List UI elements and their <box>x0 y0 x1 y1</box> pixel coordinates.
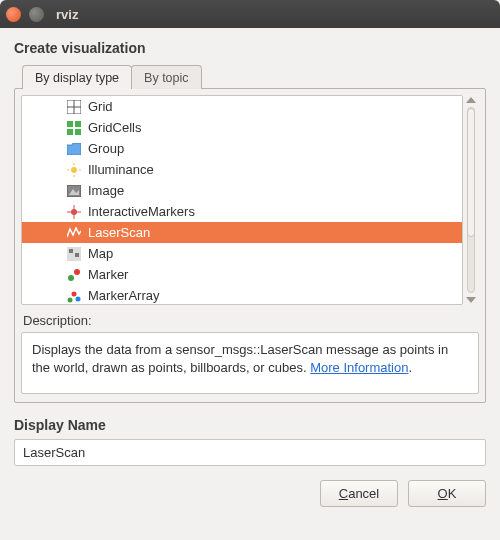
display-type-tree[interactable]: Grid GridCells Group Illuminance Image <box>21 95 463 305</box>
display-name-label: Display Name <box>14 417 486 433</box>
marker-icon <box>66 267 82 283</box>
svg-point-20 <box>68 275 74 281</box>
tree-item-interactivemarkers[interactable]: InteractiveMarkers <box>22 201 462 222</box>
scroll-thumb[interactable] <box>467 108 475 237</box>
svg-rect-18 <box>69 249 73 253</box>
grid-icon <box>66 99 82 115</box>
description-label: Description: <box>23 313 477 328</box>
tab-by-topic[interactable]: By topic <box>131 65 201 89</box>
tree-item-illuminance[interactable]: Illuminance <box>22 159 462 180</box>
description-box: Displays the data from a sensor_msgs::La… <box>21 332 479 394</box>
tree-item-label: Group <box>88 141 124 156</box>
svg-rect-19 <box>75 253 79 257</box>
tab-by-display-type[interactable]: By display type <box>22 65 132 89</box>
dialog-content: Create visualization By display type By … <box>0 28 500 517</box>
scroll-down-icon[interactable] <box>466 297 476 303</box>
tree-item-laserscan[interactable]: LaserScan <box>22 222 462 243</box>
tree-item-label: Grid <box>88 99 113 114</box>
svg-point-22 <box>68 297 73 302</box>
cancel-button[interactable]: Cancel <box>320 480 398 507</box>
tree-item-label: GridCells <box>88 120 141 135</box>
close-icon[interactable] <box>6 7 21 22</box>
interactive-markers-icon <box>66 204 82 220</box>
svg-point-24 <box>76 296 81 301</box>
tree-item-group[interactable]: Group <box>22 138 462 159</box>
tree-item-markerarray[interactable]: MarkerArray <box>22 285 462 305</box>
tree-item-image[interactable]: Image <box>22 180 462 201</box>
tree-item-map[interactable]: Map <box>22 243 462 264</box>
display-name-input[interactable] <box>14 439 486 466</box>
tree-item-grid[interactable]: Grid <box>22 96 462 117</box>
tree-item-label: LaserScan <box>88 225 150 240</box>
tab-bar: By display type By topic <box>22 64 486 88</box>
svg-rect-5 <box>67 129 73 135</box>
illuminance-icon <box>66 162 82 178</box>
create-visualization-label: Create visualization <box>14 40 486 56</box>
description-text-after: . <box>408 360 412 375</box>
scroll-track[interactable] <box>467 107 475 293</box>
more-information-link[interactable]: More Information <box>310 360 408 375</box>
tree-item-label: Illuminance <box>88 162 154 177</box>
tree-item-label: MarkerArray <box>88 288 160 303</box>
svg-point-7 <box>71 167 77 173</box>
dialog-buttons: Cancel OK <box>14 480 486 507</box>
ok-button-rest: K <box>448 486 457 501</box>
tree-item-label: Marker <box>88 267 128 282</box>
image-icon <box>66 183 82 199</box>
tab-panel: Grid GridCells Group Illuminance Image <box>14 88 486 403</box>
scroll-up-icon[interactable] <box>466 97 476 103</box>
gridcells-icon <box>66 120 82 136</box>
window-title: rviz <box>56 7 78 22</box>
tree-item-label: Map <box>88 246 113 261</box>
folder-icon <box>66 141 82 157</box>
svg-point-23 <box>72 291 77 296</box>
map-icon <box>66 246 82 262</box>
ok-button[interactable]: OK <box>408 480 486 507</box>
svg-rect-6 <box>75 129 81 135</box>
tree-item-marker[interactable]: Marker <box>22 264 462 285</box>
tree-item-label: InteractiveMarkers <box>88 204 195 219</box>
cancel-button-rest: ancel <box>348 486 379 501</box>
svg-point-21 <box>74 269 80 275</box>
tree-item-label: Image <box>88 183 124 198</box>
laserscan-icon <box>66 225 82 241</box>
svg-rect-3 <box>67 121 73 127</box>
tree-scrollbar[interactable] <box>463 95 479 305</box>
tree-item-gridcells[interactable]: GridCells <box>22 117 462 138</box>
titlebar: rviz <box>0 0 500 28</box>
marker-array-icon <box>66 288 82 304</box>
svg-rect-4 <box>75 121 81 127</box>
minimize-icon[interactable] <box>29 7 44 22</box>
